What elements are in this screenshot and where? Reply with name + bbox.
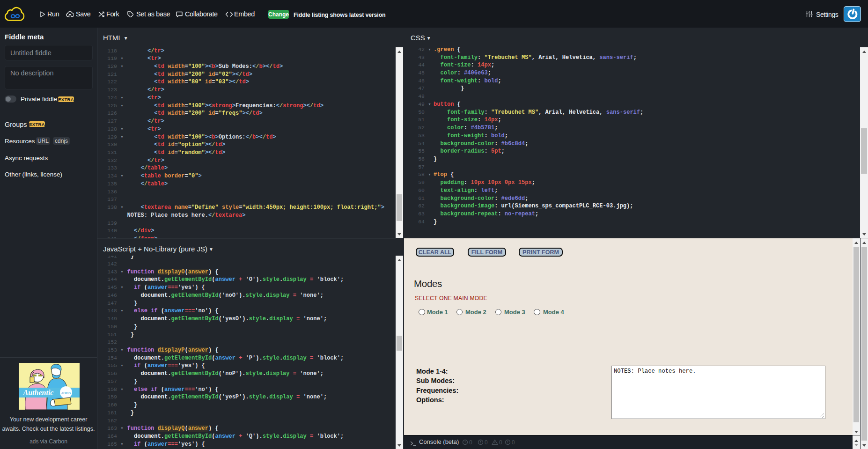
svg-text:JOBS: JOBS bbox=[61, 391, 71, 395]
svg-text:Authentic: Authentic bbox=[23, 389, 54, 397]
